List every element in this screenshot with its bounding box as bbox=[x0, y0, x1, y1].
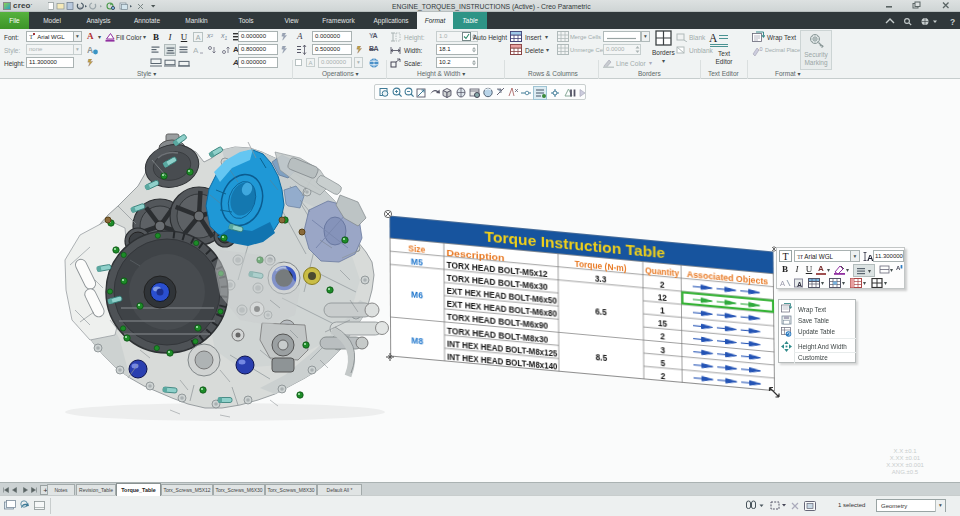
svg-text:A: A bbox=[193, 46, 199, 55]
svg-text:?: ? bbox=[950, 17, 955, 26]
svg-text:A: A bbox=[780, 279, 785, 288]
svg-text:A: A bbox=[709, 32, 718, 44]
svg-text:A: A bbox=[87, 45, 93, 55]
svg-text:.0: .0 bbox=[758, 46, 763, 52]
svg-text:A: A bbox=[797, 281, 802, 288]
